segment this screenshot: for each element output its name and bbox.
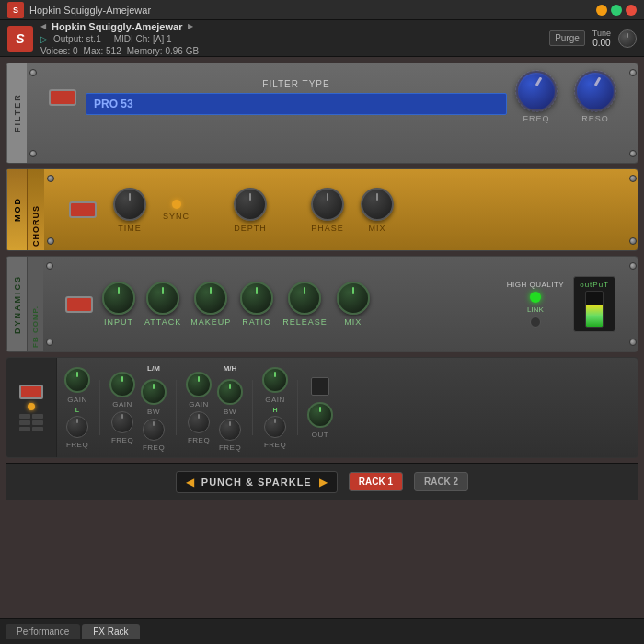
tune-section: Tune 0.00: [592, 29, 611, 48]
preset-next-arrow[interactable]: ▶: [319, 476, 328, 489]
output-text: Output: st.1: [53, 34, 101, 44]
makeup-knob[interactable]: [194, 282, 227, 315]
mix-label: MIX: [369, 224, 386, 233]
eq-grid-cell: [32, 414, 43, 419]
sync-group: SYNC: [163, 200, 190, 221]
dyn-mix-knob[interactable]: [337, 282, 370, 315]
tune-label: Tune: [592, 29, 611, 38]
eq-mh-freq2-knob[interactable]: [219, 419, 241, 441]
mod-power-switch[interactable]: [69, 201, 97, 218]
link-label: LINK: [527, 305, 544, 314]
eq-grid-cell: [32, 427, 43, 431]
nav-arrow-right[interactable]: ▶: [188, 22, 193, 30]
depth-knob[interactable]: [234, 188, 267, 221]
eq-led-amber: [28, 403, 35, 410]
info-right: Purge Tune 0.00: [549, 29, 637, 48]
eq-mh-gain-label: GAIN: [189, 400, 209, 408]
memory-text: Memory: 0.96 GB: [127, 46, 199, 56]
filter-screws: [27, 63, 38, 163]
screw: [47, 175, 54, 182]
tab-performance[interactable]: Performance: [6, 624, 80, 639]
link-led: [530, 316, 541, 328]
output-box: outPuT: [573, 276, 615, 332]
preset-prev-arrow[interactable]: ◀: [186, 476, 194, 489]
purge-button[interactable]: Purge: [549, 30, 585, 46]
dyn-mix-knob-group: MIX: [337, 282, 370, 327]
output-meter: [585, 291, 604, 328]
eq-mh-gain-knob[interactable]: [186, 372, 212, 397]
chorus-mix-knob[interactable]: [361, 188, 394, 221]
eq-left-panel: [6, 358, 57, 457]
tab-fx-rack[interactable]: FX Rack: [82, 624, 139, 639]
tune-knob[interactable]: [618, 29, 637, 48]
dynamics-side-label: DYNAMICS: [6, 257, 27, 351]
release-knob-group: RELEASE: [282, 282, 328, 327]
midi-text: MIDI Ch: [A] 1: [114, 34, 172, 44]
nav-arrow-left[interactable]: ◀: [40, 22, 46, 30]
preset-nav: ◀ PUNCH & SPARKLE ▶: [176, 471, 338, 493]
eq-lm-bw-knob[interactable]: [141, 379, 167, 405]
sampler-logo: S: [7, 26, 33, 52]
eq-high-freq-label: FREQ: [264, 441, 286, 449]
eq-lm-freq2-knob[interactable]: [143, 419, 165, 441]
rack2-button[interactable]: RACK 2: [414, 472, 468, 491]
attack-knob[interactable]: [146, 282, 179, 315]
screw: [629, 69, 637, 76]
minimize-button[interactable]: [596, 5, 607, 16]
eq-grid-cell: [19, 427, 30, 431]
eq-mh-freq-knob[interactable]: [188, 411, 210, 433]
eq-lm-gain-knob[interactable]: [109, 372, 135, 397]
freq-knob[interactable]: [516, 71, 557, 111]
filter-power-switch[interactable]: [49, 89, 76, 106]
screw: [629, 237, 637, 245]
eq-band-mh: GAIN FREQ: [186, 372, 212, 444]
tune-value: 0.00: [592, 38, 610, 48]
screw: [629, 339, 637, 346]
eq-out-knob[interactable]: [307, 402, 333, 428]
mix-knob-group: MIX: [361, 188, 394, 233]
dynamics-inner: INPUT ATTACK MAKEUP RATIO RELEASE: [54, 257, 627, 351]
filter-display[interactable]: PRO 53: [86, 93, 507, 115]
sync-led: [172, 200, 181, 209]
screw: [629, 175, 637, 182]
release-knob[interactable]: [288, 282, 321, 315]
filter-label-area: FILTER TYPE PRO 53: [86, 79, 507, 115]
input-knob[interactable]: [102, 282, 135, 315]
mod-inner: TIME SYNC DEPTH PHASE MIX: [55, 169, 627, 250]
rack1-button[interactable]: RACK 1: [349, 472, 403, 491]
eq-power-switch[interactable]: [19, 385, 43, 399]
phase-knob-group: PHASE: [283, 188, 344, 233]
window-title: Hopkin Squiggly-Amejewar: [29, 5, 596, 16]
eq-lm-freq-knob[interactable]: [111, 411, 133, 433]
eq-separator: [99, 380, 100, 435]
fbcomp-label: FB COMP.: [27, 257, 43, 351]
ratio-knob[interactable]: [240, 282, 273, 315]
dynamics-power-switch[interactable]: [65, 296, 93, 313]
eq-low-freq-knob[interactable]: [66, 416, 88, 438]
eq-out-switch[interactable]: [311, 377, 329, 396]
eq-band-high: GAIN H FREQ: [262, 367, 288, 449]
chorus-label: CHORUS: [27, 169, 44, 250]
release-label: RELEASE: [282, 317, 328, 327]
eq-high-freq-knob[interactable]: [264, 416, 286, 438]
close-button[interactable]: [626, 5, 637, 16]
eq-mh-bw-label: BW: [224, 408, 236, 416]
filter-screws-right: [627, 63, 638, 163]
eq-high-gain-label: GAIN: [265, 396, 285, 404]
main-content: FILTER FILTER TYPE PRO 53 FREQ: [0, 57, 644, 618]
eq-low-gain-knob[interactable]: [64, 367, 90, 393]
time-knob[interactable]: [113, 188, 146, 221]
phase-knob[interactable]: [311, 188, 344, 221]
makeup-knob-group: MAKEUP: [190, 282, 231, 327]
output-meter-fill: [586, 305, 603, 327]
maximize-button[interactable]: [611, 5, 622, 16]
reso-knob[interactable]: [575, 71, 615, 111]
phase-label: PHASE: [311, 224, 344, 233]
eq-mh-bw-knob[interactable]: [217, 379, 243, 405]
hq-section: HIGH QUALITY LINK: [507, 281, 564, 328]
mod-side-label: MOD: [6, 169, 27, 250]
screw: [47, 237, 54, 245]
eq-band-lm2: L/M BW FREQ: [141, 364, 167, 452]
hq-label: HIGH QUALITY: [507, 281, 564, 289]
eq-high-gain-knob[interactable]: [262, 367, 288, 393]
